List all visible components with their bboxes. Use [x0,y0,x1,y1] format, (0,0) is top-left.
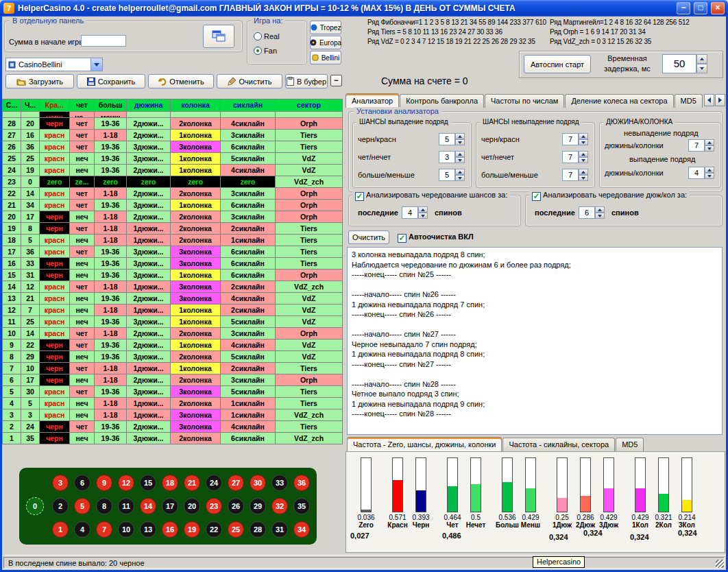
spinner-up-button[interactable] [705,167,714,173]
europa-button[interactable]: Europa [310,36,341,49]
spinner-value[interactable]: 4 [688,167,705,179]
board-number-26[interactable]: 26 [228,498,244,514]
spinner-value[interactable]: 50 [662,54,696,73]
maximize-button[interactable]: □ [694,2,707,14]
casino-select[interactable]: CasinoBellini [5,58,103,71]
board-number-29[interactable]: 29 [250,498,266,514]
board-number-12[interactable]: 12 [118,475,134,491]
board-number-11[interactable]: 11 [118,498,134,514]
spinner-up-button[interactable] [705,139,714,145]
board-number-19[interactable]: 19 [184,521,200,538]
board-number-3[interactable]: 3 [52,475,69,491]
undo-button[interactable]: Отменить [148,74,214,88]
freq-tab-md5[interactable]: MD5 [616,438,644,451]
board-number-4[interactable]: 4 [74,521,90,538]
board-number-17[interactable]: 17 [162,498,178,514]
board-number-32[interactable]: 32 [271,498,288,514]
spinner-up-button[interactable] [455,133,465,139]
close-button[interactable]: × [711,2,725,14]
spinner-value[interactable]: 5 [439,133,455,145]
spinner-up-button[interactable] [418,206,428,213]
minimize-button[interactable]: − [677,2,690,14]
spinner-down-button[interactable] [455,175,465,181]
radio-fan[interactable]: Fan [254,47,277,55]
radio-real[interactable]: Real [254,32,280,40]
spinner-up-button[interactable] [579,169,588,175]
freq-tab-main[interactable]: Частота - Zero, шансы, дюжины, колонки [347,437,502,451]
board-number-30[interactable]: 30 [250,475,266,491]
spinner-down-button[interactable] [455,157,465,163]
tabs-scroll-left-button[interactable] [704,94,714,106]
autoclear-checkbox[interactable]: ✓ [398,234,407,243]
spinner-value[interactable]: 7 [562,151,579,163]
bellini-button[interactable]: Bellini [310,51,341,64]
autoclear-control[interactable]: ✓ Автоочистка ВКЛ [398,233,474,243]
spinner-down-button[interactable] [579,139,588,145]
autospin-start-button[interactable]: Автоспин старт [524,55,591,73]
spinner-up-button[interactable] [696,54,707,64]
board-number-1[interactable]: 1 [52,521,69,538]
tab-bankroll-control[interactable]: Контроль банкролла [400,94,484,108]
resize-grip[interactable] [716,560,724,568]
spinner-value[interactable]: 7 [562,133,579,145]
board-number-20[interactable]: 20 [184,498,200,514]
freq-tab-sixline-sector[interactable]: Частота - сиклайны, сектора [502,438,615,451]
tab-wheel-sectors[interactable]: Деление колеса на сектора [565,94,673,108]
board-number-31[interactable]: 31 [271,521,288,538]
board-number-33[interactable]: 33 [271,475,288,491]
board-number-18[interactable]: 18 [162,475,178,491]
board-number-10[interactable]: 10 [118,521,134,538]
board-number-34[interactable]: 34 [293,521,310,538]
board-number-9[interactable]: 9 [96,475,112,491]
spinner-up-button[interactable] [595,206,605,213]
spinner-up-button[interactable] [579,133,588,139]
board-number-8[interactable]: 8 [96,498,112,514]
clear-log-button[interactable]: Очистить [348,230,389,244]
board-number-28[interactable]: 28 [250,521,266,538]
spinner-down-button[interactable] [579,157,588,163]
spinner-value[interactable]: 5 [439,169,455,181]
spinner-down-button[interactable] [696,64,707,73]
alt-chances-checkbox[interactable]: ✓ [355,192,364,201]
radio-fan-circle[interactable] [254,47,262,55]
board-number-25[interactable]: 25 [228,521,244,538]
spinner-up-button[interactable] [579,151,588,157]
spinner-down-button[interactable] [705,173,714,179]
spinner-down-button[interactable] [455,139,465,145]
board-number-15[interactable]: 15 [140,475,156,491]
board-number-13[interactable]: 13 [140,521,156,538]
collapse-button[interactable]: − [330,75,342,86]
board-number-0[interactable]: 0 [26,497,44,515]
detach-panel-button[interactable] [203,25,234,48]
board-number-35[interactable]: 35 [293,498,310,514]
board-number-36[interactable]: 36 [293,475,310,491]
board-number-5[interactable]: 5 [74,498,90,514]
to-clipboard-button[interactable]: В буфер [285,74,328,88]
tab-analyzer[interactable]: Анализатор [345,93,399,108]
tabs-scroll-right-button[interactable] [715,94,725,106]
board-number-22[interactable]: 22 [206,521,222,538]
spinner-value[interactable]: 3 [439,151,455,163]
spinner-value[interactable]: 7 [688,139,705,152]
spinner-up-button[interactable] [455,169,465,175]
board-number-21[interactable]: 21 [184,475,200,491]
load-button[interactable]: Загрузить [5,74,74,88]
tab-number-frequencies[interactable]: Частоты по числам [485,94,564,108]
clear-table-button[interactable]: Очистить [217,74,282,88]
board-number-24[interactable]: 24 [206,475,222,491]
save-button[interactable]: Сохранить [77,74,145,88]
board-number-2[interactable]: 2 [52,498,69,514]
board-number-6[interactable]: 6 [74,475,90,491]
radio-real-circle[interactable] [254,32,262,40]
spinner-down-button[interactable] [595,213,605,219]
start-sum-input[interactable] [81,35,126,47]
alt-dozcol-checkbox[interactable]: ✓ [532,192,541,201]
board-number-16[interactable]: 16 [162,521,178,538]
board-number-23[interactable]: 23 [206,498,222,514]
spinner-up-button[interactable] [455,151,465,157]
spinner-down-button[interactable] [705,145,714,152]
board-number-7[interactable]: 7 [96,521,112,538]
combo-dropdown-button[interactable] [90,58,102,71]
spinner-down-button[interactable] [579,175,588,181]
spinner-value[interactable]: 6 [579,206,595,219]
